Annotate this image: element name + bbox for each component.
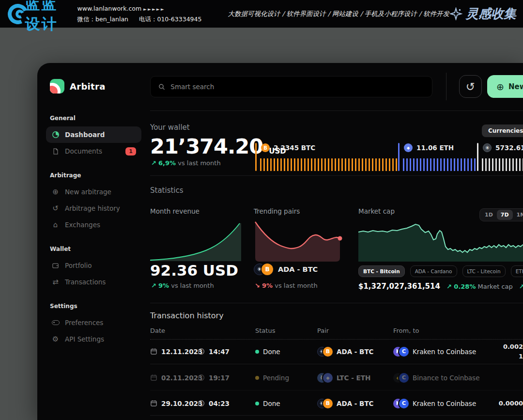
wallet-balance-value: 21’374.20	[150, 134, 263, 158]
new-arbitrage-button[interactable]: ⊕ New a	[487, 75, 523, 98]
range-1d[interactable]: 1D	[481, 210, 497, 220]
wallet-change: ↗ 6,9% vs last month	[151, 159, 221, 167]
sidebar-item-label: New arbitrage	[65, 188, 111, 196]
history-button[interactable]: ↺	[459, 75, 482, 98]
sidebar: Arbitra General Dashboard Documents 1 Ar…	[37, 63, 150, 420]
column-pair: Pair	[317, 327, 329, 334]
header-separator	[150, 110, 523, 111]
documents-badge: 1	[125, 147, 136, 156]
banner-phone: 电话：010-63334945	[139, 16, 202, 23]
tx-status: Done	[263, 400, 280, 407]
table-row[interactable]: 29.10.2023 04:23 Done ✳B ADA - BTC KC Kr…	[150, 391, 523, 416]
wallet-change-note: vs last month	[178, 159, 220, 167]
wallet-separator	[150, 175, 523, 176]
btc-icon: B	[262, 264, 273, 275]
swap-arrows-icon: ⇄	[51, 278, 60, 286]
holding-eth: ◆ 11.06 ETH	[398, 143, 476, 171]
screenshot-root: 蓝蓝设计 www.lanlanwork.com ►►►►► 微信：ben_lan…	[0, 0, 523, 420]
trend-up-icon: ↗	[151, 159, 156, 167]
pill-ltc-litecoin[interactable]: LTC - Litecoin	[462, 265, 506, 277]
tx-time: 14:47	[209, 348, 230, 356]
sidebar-item-label: Transactions	[65, 278, 106, 286]
wallet-view-tabs: Currencies E	[482, 124, 523, 137]
status-dot-pending	[255, 376, 259, 380]
tx-route: Kraken to Coinbase	[413, 348, 476, 356]
sidebar-section-arbitrage: Arbitrage	[50, 172, 139, 179]
table-row[interactable]: 02.11.2023 19:17 Pending Ł◆ LTC - ETH ◆C…	[150, 365, 523, 390]
pill-eth-ethereum[interactable]: ETH - Ethereu	[511, 265, 523, 277]
market-cap-label: Market cap	[358, 207, 395, 215]
eth-accent-bar	[398, 143, 400, 171]
plus-circle-icon: ⊕	[51, 187, 60, 196]
ada-bars	[482, 158, 523, 171]
sidebar-item-label: Dashboard	[65, 131, 105, 139]
btc-bars	[260, 158, 398, 171]
inspiration-collect: 灵感收集	[449, 5, 516, 22]
app-brand: Arbitra	[50, 79, 139, 93]
eth-bars	[403, 158, 476, 171]
arrows-icon: ►►►►►	[143, 7, 165, 12]
app-brand-name: Arbitra	[70, 81, 106, 92]
holding-btc: B 2.2345 BTC	[255, 143, 398, 171]
sidebar-item-exchanges[interactable]: ⌂ Exchanges	[46, 217, 141, 233]
tx-amounts: 0.0000	[499, 398, 523, 408]
trend-down-icon: ↘	[255, 282, 260, 289]
search-icon	[158, 83, 165, 91]
search-input[interactable]	[170, 83, 424, 91]
banner-services: 大数据可视化设计 / 软件界面设计 / 网站建设 / 手机及小程序设计 / 软件…	[228, 10, 449, 18]
btc-icon: B	[323, 399, 333, 408]
sidebar-item-api-settings[interactable]: ⚙ API Settings	[46, 331, 141, 347]
new-button-label: New a	[508, 82, 523, 91]
table-row[interactable]: 12.11.2023 14:47 Done ✳B ADA - BTC KC Kr…	[150, 339, 523, 364]
tx-status: Done	[263, 348, 280, 356]
tx-date: 02.11.2023	[161, 374, 202, 382]
range-1m[interactable]: 1M	[513, 210, 523, 220]
tx-time: 04:23	[209, 400, 230, 407]
sidebar-item-transactions[interactable]: ⇄ Transactions	[46, 274, 141, 290]
month-revenue-value: 92.36 USD	[150, 262, 238, 279]
search-bar[interactable]	[150, 76, 432, 97]
sidebar-item-label: Arbitrage history	[65, 204, 120, 212]
trending-pair-change: ↘ 9% vs last month	[255, 282, 318, 289]
banner-logo-text: 蓝蓝设计	[25, 0, 67, 34]
collect-label: 灵感收集	[466, 5, 516, 22]
sidebar-item-dashboard[interactable]: Dashboard	[46, 126, 141, 143]
sidebar-item-label: Documents	[65, 147, 102, 155]
history-clock-icon: ↺	[51, 204, 60, 213]
toggle-icon	[51, 320, 60, 325]
dashboard-window: Arbitra General Dashboard Documents 1 Ar…	[37, 63, 523, 420]
statistics-section-title: Statistics	[150, 186, 184, 195]
btc-icon: B	[261, 143, 270, 152]
sidebar-item-portfolio[interactable]: Portfolio	[46, 257, 141, 274]
sidebar-item-label: Exchanges	[65, 221, 100, 229]
pill-btc-bitcoin[interactable]: BTC - Bitcoin	[358, 265, 405, 277]
pill-ada-cardano[interactable]: ADA - Cardano	[410, 265, 457, 277]
tx-route: Binance to Coinbase	[413, 374, 479, 382]
sidebar-item-new-arbitrage[interactable]: ⊕ New arbitrage	[46, 184, 141, 200]
calendar-icon	[150, 348, 157, 355]
holding-ada: ✳ 5732.61 ADA	[477, 143, 523, 171]
column-from-to: From, to	[393, 327, 419, 334]
btc-accent-bar	[255, 143, 257, 171]
btc-icon: B	[323, 347, 333, 357]
coinbase-icon: C	[399, 347, 409, 357]
sidebar-item-preferences[interactable]: Preferences	[46, 314, 141, 331]
banner-website: www.lanlanwork.com	[77, 5, 142, 12]
sidebar-item-documents[interactable]: Documents 1	[46, 143, 141, 159]
tx-date: 12.11.2023	[161, 348, 202, 356]
sidebar-item-arbitrage-history[interactable]: ↺ Arbitrage history	[46, 200, 141, 217]
clock-icon	[198, 348, 205, 355]
sidebar-item-label: API Settings	[65, 335, 104, 343]
market-cap-range-switch: 1D 7D 1M	[479, 208, 523, 221]
month-revenue-label: Month revenue	[150, 207, 200, 215]
month-revenue-change: ↗ 9% vs last month	[151, 282, 214, 289]
main-content: ↺ ⊕ New a Your wallet 21’374.20 USD ↗ 6,…	[150, 63, 523, 420]
banner-contact-info: www.lanlanwork.com ►►►►► 微信：ben_lanlan 电…	[77, 3, 211, 25]
pie-chart-icon	[51, 131, 60, 139]
exchange-building-icon: ⌂	[51, 220, 60, 229]
range-7d[interactable]: 7D	[497, 210, 513, 220]
sidebar-item-label: Preferences	[65, 319, 103, 327]
trend-up-icon: ↗	[151, 282, 156, 289]
wallet-section-title: Your wallet	[150, 123, 190, 132]
tab-currencies[interactable]: Currencies	[482, 124, 523, 137]
